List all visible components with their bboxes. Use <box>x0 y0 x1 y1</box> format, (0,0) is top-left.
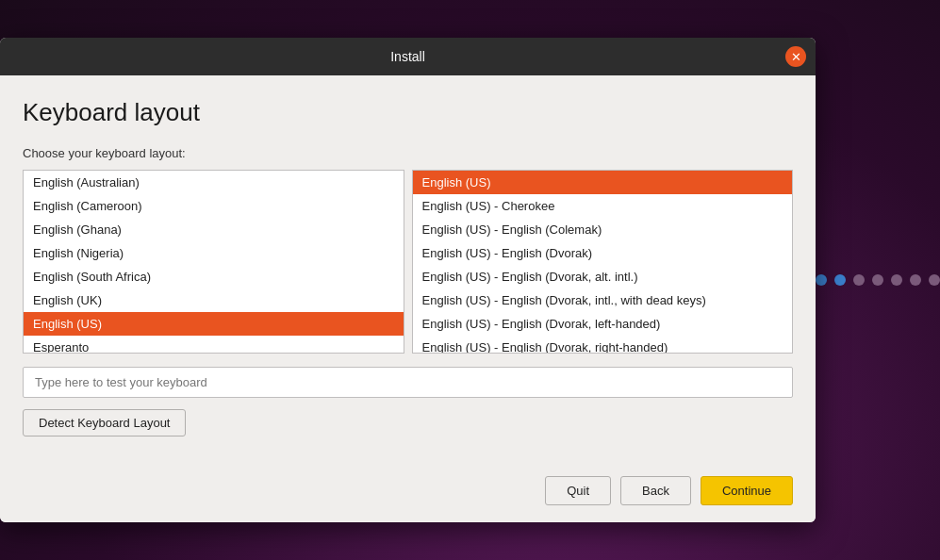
back-button[interactable]: Back <box>620 476 691 505</box>
page-title: Keyboard layout <box>23 98 793 127</box>
close-icon: ✕ <box>791 51 801 63</box>
layout-list-item[interactable]: English (Cameroon) <box>24 194 404 218</box>
keyboard-test-input[interactable] <box>23 367 793 398</box>
continue-button[interactable]: Continue <box>701 476 793 505</box>
layout-list-item[interactable]: English (Nigeria) <box>24 241 404 265</box>
variant-list-item[interactable]: English (US) - English (Dvorak, intl., w… <box>413 288 793 312</box>
progress-dot <box>929 274 940 286</box>
layout-list-item[interactable]: English (UK) <box>24 288 404 312</box>
layout-list[interactable]: English (Australian)English (Cameroon)En… <box>23 170 404 354</box>
variant-list-item[interactable]: English (US) - English (Colemak) <box>413 218 793 241</box>
layout-list-item[interactable]: English (South Africa) <box>24 265 404 288</box>
detect-keyboard-button[interactable]: Detect Keyboard Layout <box>23 409 186 436</box>
layout-list-item[interactable]: English (Australian) <box>24 171 404 194</box>
progress-dot <box>872 274 883 286</box>
continue-label: Continue <box>722 484 771 498</box>
quit-label: Quit <box>567 484 589 498</box>
progress-dots <box>816 261 940 299</box>
layout-selector: English (Australian)English (Cameroon)En… <box>23 170 793 354</box>
variant-list[interactable]: English (US)English (US) - CherokeeEngli… <box>412 170 794 354</box>
close-button[interactable]: ✕ <box>785 46 806 67</box>
variant-list-item[interactable]: English (US) - English (Dvorak, alt. int… <box>413 265 793 288</box>
content-area: Keyboard layout Choose your keyboard lay… <box>0 75 816 455</box>
variant-list-item[interactable]: English (US) - English (Dvorak) <box>413 241 793 265</box>
bottom-area: Quit Back Continue <box>0 455 816 522</box>
progress-dot <box>816 274 827 286</box>
subtitle: Choose your keyboard layout: <box>23 146 793 160</box>
progress-dot <box>853 274 865 286</box>
window-title: Install <box>390 49 425 64</box>
titlebar: Install ✕ <box>0 38 816 75</box>
variant-list-item[interactable]: English (US) <box>413 171 793 194</box>
action-buttons: Quit Back Continue <box>23 476 793 505</box>
variant-list-item[interactable]: English (US) - Cherokee <box>413 194 793 218</box>
progress-dot <box>834 274 846 286</box>
progress-dot <box>910 274 921 286</box>
install-window: Install ✕ Keyboard layout Choose your ke… <box>0 38 816 522</box>
variant-list-item[interactable]: English (US) - English (Dvorak, left-han… <box>413 312 793 336</box>
detect-button-label: Detect Keyboard Layout <box>39 416 170 430</box>
layout-list-item[interactable]: English (US) <box>24 312 404 336</box>
progress-dot <box>891 274 902 286</box>
layout-list-item[interactable]: Esperanto <box>24 336 404 354</box>
variant-list-item[interactable]: English (US) - English (Dvorak, right-ha… <box>413 336 793 354</box>
back-label: Back <box>642 484 669 498</box>
quit-button[interactable]: Quit <box>545 476 611 505</box>
layout-list-item[interactable]: English (Ghana) <box>24 218 404 241</box>
